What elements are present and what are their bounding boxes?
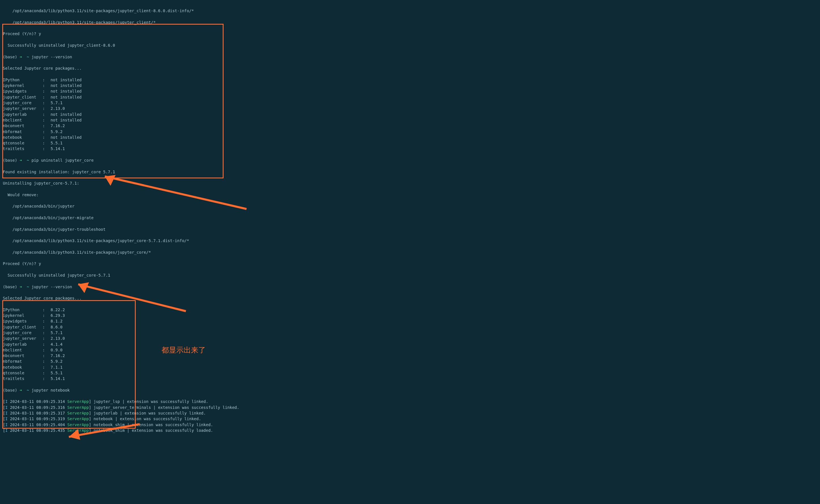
package-version: not installed bbox=[48, 83, 82, 88]
package-sep: : bbox=[42, 140, 48, 146]
command-text: jupyter --version bbox=[31, 55, 72, 59]
package-row: notebook: not installed bbox=[3, 134, 817, 140]
log-timestamp: 2024-03-11 08:09:25.316 bbox=[10, 405, 67, 410]
package-row: nbformat: 5.9.2 bbox=[3, 129, 817, 134]
package-version: 5.9.2 bbox=[48, 359, 63, 364]
prompt-cwd: ~ bbox=[27, 285, 29, 289]
package-version: not installed bbox=[48, 135, 82, 140]
package-row: jupyter_client: 8.6.0 bbox=[3, 324, 817, 330]
log-message: jupyter_server_terminals | extension was… bbox=[93, 405, 239, 410]
package-row: jupyterlab: not installed bbox=[3, 112, 817, 117]
package-row: jupyterlab: 4.1.4 bbox=[3, 341, 817, 347]
package-row: nbformat: 5.9.2 bbox=[3, 358, 817, 364]
log-app: ServerApp bbox=[67, 411, 89, 415]
package-sep: : bbox=[42, 347, 48, 353]
package-sep: : bbox=[42, 117, 48, 123]
package-version: not installed bbox=[48, 78, 82, 82]
package-name: nbformat bbox=[3, 358, 42, 364]
prompt-env: (base) bbox=[3, 285, 17, 289]
package-row: IPython: 8.22.2 bbox=[3, 307, 817, 313]
package-sep: : bbox=[42, 94, 48, 100]
package-sep: : bbox=[42, 83, 48, 88]
package-name: ipywidgets bbox=[3, 88, 42, 94]
package-version: 5.7.1 bbox=[48, 330, 63, 335]
output-line: Selected Jupyter core packages... bbox=[3, 295, 817, 301]
package-row: ipykernel: not installed bbox=[3, 83, 817, 88]
package-version: 8.22.2 bbox=[48, 307, 65, 312]
output-line: Selected Jupyter core packages... bbox=[3, 65, 817, 71]
package-version: 5.5.1 bbox=[48, 371, 63, 375]
package-version: 5.14.1 bbox=[48, 376, 65, 381]
proceed-prompt: Proceed (Y/n)? y bbox=[3, 261, 817, 266]
package-sep: : bbox=[42, 112, 48, 117]
prompt-env: (base) bbox=[3, 388, 17, 392]
package-version: 4.1.4 bbox=[48, 342, 63, 347]
log-message: notebook_shim | extension was successful… bbox=[93, 422, 213, 427]
terminal-output[interactable]: /opt/anaconda3/lib/python3.11/site-packa… bbox=[0, 0, 820, 441]
package-name: jupyterlab bbox=[3, 341, 42, 347]
package-sep: : bbox=[42, 146, 48, 151]
package-name: traitlets bbox=[3, 376, 42, 381]
log-level: I bbox=[5, 417, 10, 421]
package-version: 5.9.2 bbox=[48, 129, 63, 134]
package-row: qtconsole: 5.5.1 bbox=[3, 370, 817, 376]
package-row: qtconsole: 5.5.1 bbox=[3, 140, 817, 146]
log-message: jupyterlab | extension was successfully … bbox=[93, 411, 206, 415]
command-text: jupyter --version bbox=[31, 285, 72, 289]
proceed-prompt: Proceed (Y/n)? y bbox=[3, 31, 817, 37]
package-name: nbformat bbox=[3, 129, 42, 134]
package-version: 8.6.0 bbox=[48, 325, 63, 329]
prompt-line[interactable]: (base) ➜ ~ pip uninstall jupyter_core bbox=[3, 157, 817, 163]
package-sep: : bbox=[42, 364, 48, 370]
log-app: ServerApp bbox=[67, 399, 89, 404]
package-name: ipykernel bbox=[3, 313, 42, 318]
log-level: I bbox=[5, 399, 10, 404]
log-line: [I 2024-03-11 08:09:25.317 ServerApp] ju… bbox=[3, 410, 817, 416]
output-line: Found existing installation: jupyter_cor… bbox=[3, 169, 817, 175]
package-row: IPython: not installed bbox=[3, 77, 817, 83]
package-version: 2.13.0 bbox=[48, 336, 65, 341]
success-line: Successfully uninstalled jupyter_client-… bbox=[3, 42, 817, 48]
package-sep: : bbox=[42, 336, 48, 341]
package-row: notebook: 7.1.1 bbox=[3, 364, 817, 370]
log-message: notebook | extension was successfully li… bbox=[93, 417, 201, 421]
package-name: jupyter_server bbox=[3, 336, 42, 341]
prompt-arrow-icon: ➜ bbox=[20, 158, 22, 163]
log-level: I bbox=[5, 422, 10, 427]
output-line: Would remove: bbox=[3, 192, 817, 198]
prompt-arrow-icon: ➜ bbox=[20, 55, 22, 59]
package-row: traitlets: 5.14.1 bbox=[3, 376, 817, 381]
log-timestamp: 2024-03-11 08:09:25.317 bbox=[10, 411, 67, 415]
package-name: jupyter_client bbox=[3, 94, 42, 100]
log-app: ServerApp bbox=[67, 405, 89, 410]
package-version: 2.13.0 bbox=[48, 106, 65, 111]
log-app: ServerApp bbox=[67, 428, 89, 433]
log-timestamp: 2024-03-11 08:09:25.404 bbox=[10, 422, 67, 427]
output-line: /opt/anaconda3/bin/jupyter-troubleshoot bbox=[3, 227, 817, 232]
package-version: 5.5.1 bbox=[48, 141, 63, 145]
output-line: /opt/anaconda3/lib/python3.11/site-packa… bbox=[3, 8, 817, 14]
package-row: jupyter_server: 2.13.0 bbox=[3, 336, 817, 341]
package-name: jupyter_core bbox=[3, 330, 42, 336]
prompt-line[interactable]: (base) ➜ ~ jupyter notebook bbox=[3, 387, 817, 393]
log-line: [I 2024-03-11 08:09:25.319 ServerApp] no… bbox=[3, 416, 817, 422]
prompt-cwd: ~ bbox=[27, 55, 29, 59]
package-version: 7.16.2 bbox=[48, 123, 65, 128]
prompt-line[interactable]: (base) ➜ ~ jupyter --version bbox=[3, 284, 817, 290]
log-timestamp: 2024-03-11 08:09:25.319 bbox=[10, 417, 67, 421]
package-name: nbconvert bbox=[3, 353, 42, 358]
package-row: jupyter_server: 2.13.0 bbox=[3, 106, 817, 111]
package-name: qtconsole bbox=[3, 140, 42, 146]
package-name: ipykernel bbox=[3, 83, 42, 88]
package-row: ipywidgets: 8.1.2 bbox=[3, 318, 817, 324]
log-timestamp: 2024-03-11 08:09:25.314 bbox=[10, 399, 67, 404]
package-row: nbclient: not installed bbox=[3, 117, 817, 123]
package-sep: : bbox=[42, 376, 48, 381]
log-timestamp: 2024-03-11 08:09:25.435 bbox=[10, 428, 67, 433]
prompt-arrow-icon: ➜ bbox=[20, 388, 22, 392]
package-name: jupyterlab bbox=[3, 112, 42, 117]
package-row: jupyter_client: not installed bbox=[3, 94, 817, 100]
package-name: jupyter_core bbox=[3, 100, 42, 106]
prompt-line[interactable]: (base) ➜ ~ jupyter --version bbox=[3, 54, 817, 60]
package-row: jupyter_core: 5.7.1 bbox=[3, 100, 817, 106]
